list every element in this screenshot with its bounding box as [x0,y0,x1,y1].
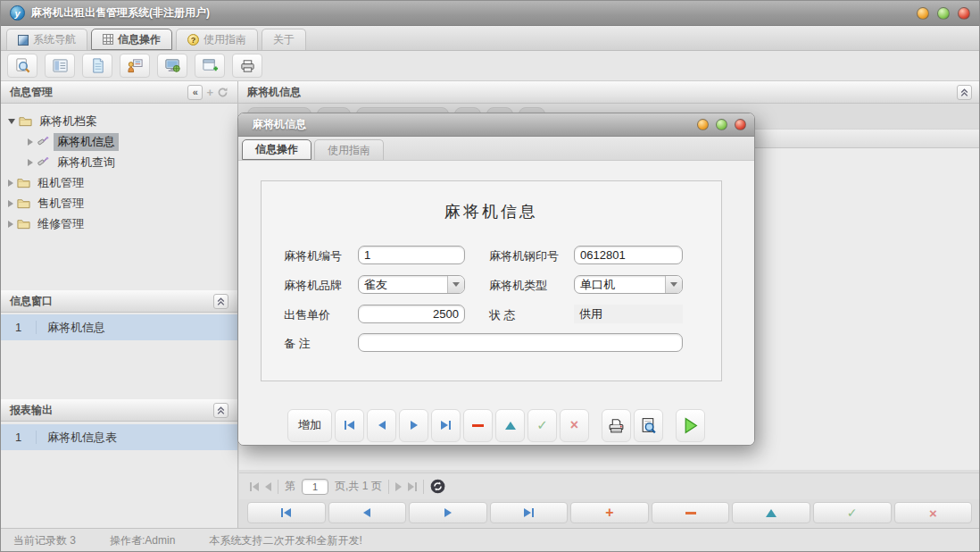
expander-down-icon[interactable] [8,119,15,124]
list-item-machine-info[interactable]: 1 麻将机信息 [1,314,237,340]
window-add-button[interactable] [195,54,225,78]
separator [423,480,424,494]
dropdown-arrow-icon[interactable] [447,276,464,293]
record-confirm-button[interactable]: ✓ [527,409,557,442]
tree-item-machine-query[interactable]: 麻将机查询 [8,152,237,172]
print-preview-button[interactable] [634,409,663,442]
document-icon [89,57,106,74]
content-panel-title: 麻将机信息 [247,85,301,100]
tree-item-sales-management[interactable]: 售机管理 [8,193,237,213]
document-button[interactable] [82,54,112,78]
machine-info-dialog: 麻将机信息 信息操作 使用指南 麻将机信息 麻将机编号 麻将机钢印号 [237,113,755,446]
grid-nav-add-button[interactable]: + [570,502,649,523]
tree-item-rental-management[interactable]: 租机管理 [8,172,237,193]
tab-label: 关于 [273,32,295,47]
record-first-button[interactable] [335,409,364,442]
add-icon[interactable]: + [206,87,213,98]
expander-right-icon[interactable] [28,159,33,166]
prev-page-button[interactable] [265,482,271,491]
search-button[interactable] [7,54,37,78]
window-controls [917,7,970,20]
tree-item-machine-info[interactable]: 麻将机信息 [8,131,237,152]
tree-item-archive[interactable]: 麻将机档案 [8,111,237,131]
printer-icon [239,57,256,74]
remark-input[interactable] [358,333,683,352]
printer-button[interactable] [232,54,262,78]
folder-icon [17,218,30,230]
record-prev-button[interactable] [367,409,396,442]
panel-title: 信息窗口 [10,294,53,309]
tab-info-operation[interactable]: 信息操作 [91,29,172,50]
panel-report-output-header: 报表输出 [1,399,237,422]
run-report-button[interactable] [676,409,705,442]
record-delete-button[interactable] [463,409,493,442]
collapse-up-icon[interactable] [213,294,228,309]
page-suffix-label: 页,共 1 页 [335,479,382,494]
machine-no-input[interactable] [358,246,465,264]
maximize-button[interactable] [937,7,950,20]
stamp-no-input[interactable] [574,246,683,264]
expander-right-icon[interactable] [8,200,13,207]
tab-about[interactable]: 关于 [262,29,306,50]
refresh-icon[interactable] [217,87,228,98]
dialog-button-bar: 增加 ✓ × [238,404,754,446]
record-last-button[interactable] [431,409,461,442]
tab-system-nav[interactable]: 系统导航 [6,29,87,50]
status-message: 本系统支持二次开发和全新开发! [209,533,361,548]
dialog-titlebar[interactable]: 麻将机信息 [238,113,754,137]
dialog-maximize-button[interactable] [716,119,727,130]
form-list-icon [52,57,69,74]
expander-right-icon[interactable] [8,221,13,228]
print-button[interactable] [602,409,631,442]
list-item-machine-info-report[interactable]: 1 麻将机信息表 [1,424,237,450]
grid-nav-edit-button[interactable] [732,502,810,523]
expander-right-icon[interactable] [8,180,13,187]
tree-item-label: 维修管理 [34,215,87,233]
pagination-bar: 第 页,共 1 页 [239,473,980,499]
tab-label: 信息操作 [118,32,161,47]
last-page-button[interactable] [408,482,417,491]
dialog-tab-user-guide[interactable]: 使用指南 [314,139,384,160]
minimize-button[interactable] [917,7,929,20]
grid-nav-last-button[interactable] [490,502,569,523]
grid-nav-prev-button[interactable] [328,502,407,523]
grid-nav-confirm-button[interactable]: ✓ [813,502,892,523]
tree-item-label: 租机管理 [34,174,87,192]
next-page-button[interactable] [395,482,402,491]
collapse-left-icon[interactable]: « [187,85,203,100]
collapse-up-icon[interactable] [957,85,972,100]
form-list-button[interactable] [45,54,75,78]
collapse-up-icon[interactable] [213,403,228,418]
tool-icon [37,156,50,168]
record-cancel-button[interactable]: × [560,409,589,442]
tab-label: 信息操作 [255,142,298,157]
price-input[interactable] [358,305,465,323]
page-number-input[interactable] [302,479,328,495]
expander-right-icon[interactable] [28,138,33,146]
tree-item-repair-management[interactable]: 维修管理 [8,213,237,234]
first-page-button[interactable] [250,482,259,491]
grid-nav-first-button[interactable] [247,502,326,523]
separator [278,480,278,494]
dropdown-arrow-icon[interactable] [665,276,682,293]
monitor-view-button[interactable] [157,54,187,78]
refresh-icon[interactable] [430,479,445,494]
add-record-button[interactable]: 增加 [287,409,332,442]
grid-nav-remove-button[interactable] [652,502,730,523]
folder-icon [19,115,32,127]
main-tab-bar: 系统导航 信息操作 ? 使用指南 关于 [1,26,979,51]
record-edit-button[interactable] [495,409,525,442]
user-report-button[interactable] [120,54,150,78]
type-select[interactable]: 单口机 [574,275,683,294]
grid-nav-next-button[interactable] [409,502,487,523]
close-button[interactable] [958,7,970,20]
dialog-minimize-button[interactable] [697,119,709,130]
tab-user-guide[interactable]: ? 使用指南 [176,29,258,50]
dialog-close-button[interactable] [735,119,746,130]
folder-icon [17,197,30,209]
brand-select[interactable]: 雀友 [358,275,465,294]
dialog-tab-info-operation[interactable]: 信息操作 [242,139,311,160]
record-next-button[interactable] [399,409,428,442]
row-index: 1 [1,321,37,334]
grid-nav-cancel-button[interactable]: × [894,502,973,523]
